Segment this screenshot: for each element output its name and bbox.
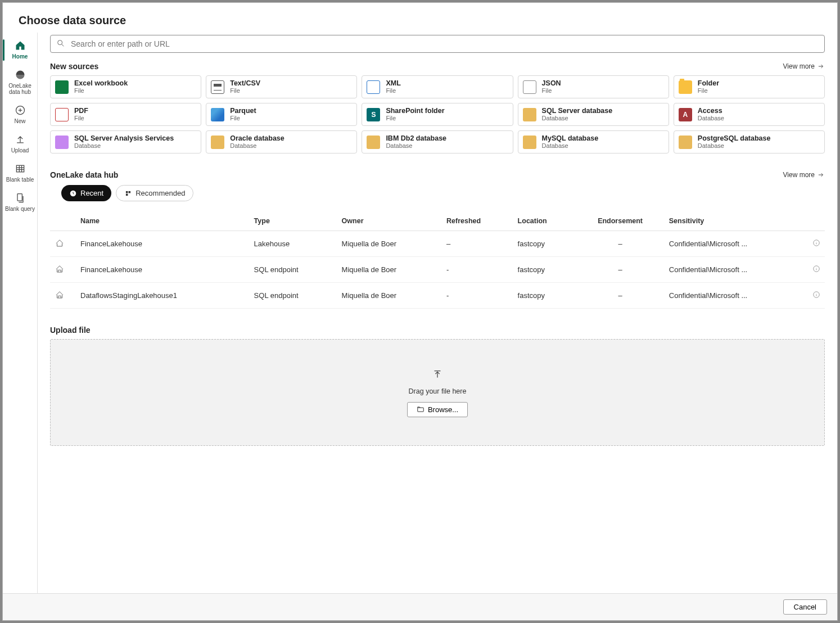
upload-icon: [14, 133, 26, 146]
recommended-icon: [124, 189, 132, 197]
section-title-upload: Upload file: [50, 326, 825, 335]
sidebar-item-label: OneLake data hub: [8, 83, 31, 95]
tile-category: Database: [698, 142, 771, 150]
cell-type: SQL endpoint: [250, 283, 337, 309]
source-tile-postgresql-database[interactable]: PostgreSQL databaseDatabase: [674, 130, 825, 154]
cell-name: DataflowsStagingLakehouse1: [76, 283, 250, 309]
section-title-datahub: OneLake data hub: [50, 170, 118, 179]
cell-endorsement: –: [576, 231, 664, 257]
source-tile-excel-workbook[interactable]: Excel workbookFile: [50, 75, 201, 98]
search-field[interactable]: [71, 39, 819, 48]
source-tile-json[interactable]: JSONFile: [518, 75, 669, 98]
upload-dropzone[interactable]: Drag your file here Browse...: [50, 339, 825, 446]
tile-category: Database: [698, 115, 724, 122]
col-name[interactable]: Name: [76, 211, 250, 231]
source-tile-xml[interactable]: XMLFile: [362, 75, 513, 98]
sidebar-item-new[interactable]: New: [3, 101, 38, 129]
table-row[interactable]: DataflowsStagingLakehouse1SQL endpointMi…: [50, 283, 825, 309]
info-icon[interactable]: [812, 292, 820, 300]
table-row[interactable]: FinanceLakehouseLakehouseMiquella de Boe…: [50, 231, 825, 257]
source-tile-access[interactable]: AccessDatabase: [674, 103, 825, 126]
tile-name: PostgreSQL database: [698, 134, 771, 142]
cell-endorsement: –: [576, 283, 664, 309]
col-sensitivity[interactable]: Sensitivity: [665, 211, 808, 231]
tile-category: File: [74, 115, 88, 122]
search-input[interactable]: [50, 35, 825, 53]
sidebar-item-upload[interactable]: Upload: [3, 130, 38, 158]
cell-owner: Miquella de Boer: [337, 283, 442, 309]
arrow-right-icon: [817, 171, 825, 179]
source-tile-sql-server-analysis-services[interactable]: SQL Server Analysis ServicesDatabase: [50, 130, 201, 154]
tile-category: File: [230, 87, 260, 94]
svg-rect-2: [16, 165, 24, 172]
view-more-datahub[interactable]: View more: [783, 171, 825, 179]
chip-recent[interactable]: Recent: [61, 185, 111, 201]
source-tile-pdf[interactable]: PDFFile: [50, 103, 201, 126]
tile-name: JSON: [542, 79, 561, 87]
chip-recommended[interactable]: Recommended: [116, 185, 193, 201]
dialog-header: Choose data source: [3, 3, 837, 33]
view-more-new-sources[interactable]: View more: [783, 62, 825, 70]
main-content: New sources View more Excel workbookFile…: [38, 33, 837, 593]
svg-rect-8: [126, 193, 128, 196]
tile-category: File: [542, 87, 561, 94]
cell-owner: Miquella de Boer: [337, 257, 442, 283]
onelake-icon: [14, 69, 26, 81]
upload-drag-text: Drag your file here: [409, 387, 467, 395]
source-tile-parquet[interactable]: ParquetFile: [206, 103, 357, 126]
cell-sensitivity: Confidential\Microsoft ...: [665, 257, 808, 283]
xml-icon: [367, 80, 380, 94]
col-type[interactable]: Type: [250, 211, 337, 231]
col-owner[interactable]: Owner: [337, 211, 442, 231]
cell-type: Lakehouse: [250, 231, 337, 257]
sidebar-item-label: Upload: [11, 147, 29, 154]
table-row[interactable]: FinanceLakehouseSQL endpointMiquella de …: [50, 257, 825, 283]
source-tile-sql-server-database[interactable]: SQL Server databaseDatabase: [518, 103, 669, 126]
access-icon: [679, 108, 692, 121]
sidebar-item-label: Home: [12, 53, 28, 60]
browse-button[interactable]: Browse...: [407, 402, 468, 417]
tile-name: Oracle database: [230, 134, 284, 142]
source-tile-ibm-db2-database[interactable]: IBM Db2 databaseDatabase: [362, 130, 513, 154]
svg-rect-3: [17, 194, 22, 201]
cell-sensitivity: Confidential\Microsoft ...: [665, 231, 808, 257]
cell-refreshed: -: [442, 283, 513, 309]
search-icon: [56, 39, 66, 49]
svg-rect-12: [418, 408, 424, 412]
datahub-table: Name Type Owner Refreshed Location Endor…: [50, 211, 825, 309]
info-icon[interactable]: [812, 266, 820, 274]
col-endorsement[interactable]: Endorsement: [576, 211, 664, 231]
cell-location: fastcopy: [513, 257, 576, 283]
sidebar: Home OneLake data hub New Upload: [3, 33, 38, 593]
db-icon: [679, 136, 692, 149]
cancel-button[interactable]: Cancel: [783, 599, 827, 615]
col-refreshed[interactable]: Refreshed: [442, 211, 513, 231]
source-tile-mysql-database[interactable]: MySQL databaseDatabase: [518, 130, 669, 154]
col-location[interactable]: Location: [513, 211, 576, 231]
dialog-footer: Cancel: [3, 593, 837, 620]
tile-category: Database: [386, 142, 446, 150]
source-tile-text-csv[interactable]: Text/CSVFile: [206, 75, 357, 98]
svg-rect-7: [129, 191, 131, 193]
source-tile-sharepoint-folder[interactable]: SharePoint folderFile: [362, 103, 513, 126]
sidebar-item-home[interactable]: Home: [3, 36, 38, 64]
ssas-icon: [55, 136, 69, 149]
sidebar-item-blank-query[interactable]: Blank query: [3, 188, 38, 216]
dataset-icon: [55, 241, 65, 250]
tile-category: File: [74, 87, 128, 94]
info-icon[interactable]: [812, 240, 820, 249]
cell-sensitivity: Confidential\Microsoft ...: [665, 283, 808, 309]
tile-name: Excel workbook: [74, 79, 128, 87]
sidebar-item-blank-table[interactable]: Blank table: [3, 159, 38, 187]
dataset-icon: [55, 267, 65, 276]
tile-name: IBM Db2 database: [386, 134, 446, 142]
sidebar-item-onelake[interactable]: OneLake data hub: [3, 65, 38, 100]
tile-category: File: [386, 87, 400, 94]
tile-category: File: [698, 87, 719, 94]
cell-refreshed: –: [442, 231, 513, 257]
tile-name: Folder: [698, 79, 719, 87]
source-tile-oracle-database[interactable]: Oracle databaseDatabase: [206, 130, 357, 154]
source-tile-folder[interactable]: FolderFile: [674, 75, 825, 98]
tile-name: SQL Server Analysis Services: [74, 134, 174, 142]
db-icon: [523, 108, 536, 121]
